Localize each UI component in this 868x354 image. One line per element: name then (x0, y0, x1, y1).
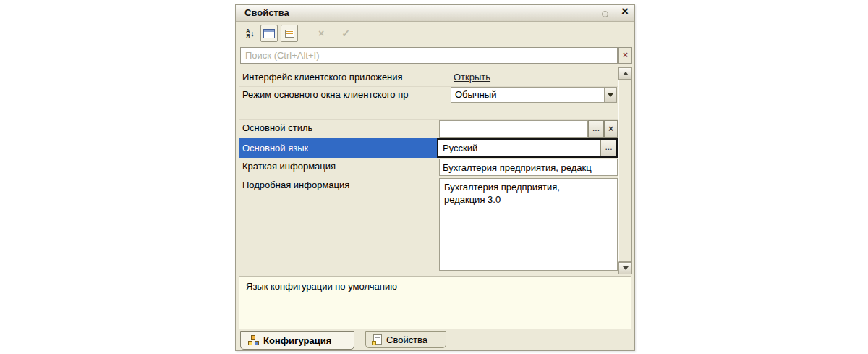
main-language-ellipsis-button[interactable]: ... (600, 140, 616, 156)
property-row-detailed-info: Подробная информация Бухгалтерия предпри… (239, 177, 618, 274)
property-label: Интерфейс клиентского приложения (242, 72, 448, 83)
panel-title: Свойства (244, 7, 289, 18)
properties-icon (373, 334, 382, 345)
titlebar[interactable]: Свойства × (236, 5, 634, 22)
property-label: Основной язык (242, 143, 308, 153)
property-row-main-window-mode: Режим основного окна клиентского пр Обыч… (239, 86, 618, 104)
tab-label: Конфигурация (263, 335, 331, 346)
field-value: Русский (443, 143, 477, 153)
property-label: Основной стиль (242, 122, 436, 133)
combobox-value: Обычный (455, 89, 496, 100)
categories-icon (263, 29, 275, 38)
tab-label: Свойства (386, 334, 427, 345)
property-label: Режим основного окна клиентского пр (242, 89, 448, 100)
arrow-down-icon (623, 266, 629, 270)
cancel-icon: × (318, 28, 324, 39)
property-row-main-style: Основной стиль ... × (239, 119, 618, 138)
tab-configuration[interactable]: Конфигурация (240, 331, 354, 350)
main-window-mode-combobox[interactable]: Обычный (451, 87, 617, 103)
main-language-field[interactable]: Русский ... (437, 138, 618, 158)
toolbar: АЯ ↓ × ✓ (236, 22, 634, 46)
main-style-clear-button[interactable]: × (604, 120, 618, 138)
detailed-info-textarea[interactable]: Бухгалтерия предприятия, редакция 3.0 (439, 178, 618, 271)
close-button[interactable]: × (621, 4, 629, 19)
property-description-box: Язык конфигурации по умолчанию (239, 276, 631, 329)
selected-row-highlight[interactable]: Основной язык (239, 138, 437, 158)
list-icon (285, 30, 294, 38)
configuration-icon (248, 335, 259, 345)
search-clear-button[interactable]: × (618, 47, 632, 64)
property-grid: Интерфейс клиентского приложения Открыть… (239, 67, 618, 274)
property-label: Подробная информация (242, 180, 436, 190)
desktop-background: Свойства × АЯ ↓ × ✓ (0, 0, 868, 354)
short-info-input[interactable] (439, 159, 618, 176)
open-link[interactable]: Открыть (454, 72, 490, 83)
chevron-down-icon (608, 93, 613, 97)
cancel-edit-button[interactable]: × (312, 25, 330, 42)
main-style-ellipsis-button[interactable]: ... (588, 120, 604, 138)
sort-button[interactable]: АЯ ↓ (242, 25, 259, 42)
vertical-scrollbar[interactable] (618, 67, 632, 274)
scrollbar-thumb[interactable] (618, 80, 632, 262)
toolbar-separator (307, 28, 307, 39)
property-row-main-language: Основной язык Русский ... (239, 138, 618, 158)
apply-edit-button[interactable]: ✓ (337, 25, 354, 42)
search-input[interactable] (240, 47, 618, 64)
property-description-text: Язык конфигурации по умолчанию (246, 281, 397, 292)
sort-az-icon: АЯ (246, 28, 250, 38)
important-only-button[interactable] (281, 25, 298, 42)
property-row-interface: Интерфейс клиентского приложения Открыть (239, 69, 618, 87)
check-icon: ✓ (341, 28, 350, 39)
grid-spacer-row (239, 104, 618, 120)
property-label: Краткая информация (242, 161, 436, 172)
main-style-field[interactable] (439, 120, 588, 138)
scroll-up-button[interactable] (618, 67, 632, 80)
sort-arrow-icon: ↓ (250, 30, 255, 38)
tab-properties[interactable]: Свойства (365, 331, 446, 348)
categories-button[interactable] (260, 25, 278, 42)
scroll-down-button[interactable] (618, 262, 632, 274)
pin-icon[interactable] (602, 11, 608, 17)
arrow-up-icon (623, 72, 629, 75)
properties-panel: Свойства × АЯ ↓ × ✓ (235, 4, 635, 351)
dropdown-button[interactable] (604, 88, 616, 102)
bottom-tabstrip: Конфигурация Свойства (236, 331, 634, 350)
property-row-short-info: Краткая информация (239, 158, 618, 177)
